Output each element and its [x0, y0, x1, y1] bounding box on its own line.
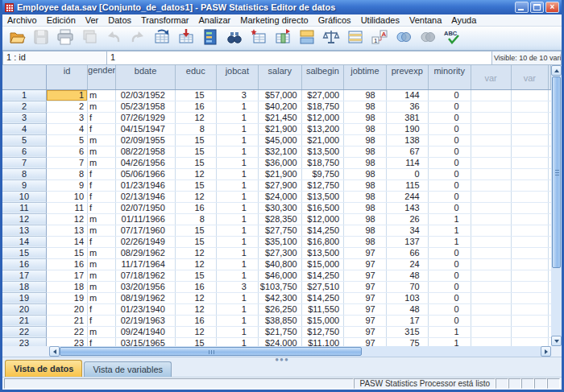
cell-bdate-row12[interactable]: 01/11/1966: [116, 213, 176, 225]
cell-id-row18[interactable]: 18: [46, 281, 87, 292]
cell-educ-row16[interactable]: 12: [175, 258, 216, 270]
cell-salary-row16[interactable]: $40,800: [258, 258, 301, 270]
cell-var-row18[interactable]: [511, 281, 548, 292]
cell-educ-row17[interactable]: 15: [175, 270, 216, 281]
menu-datos[interactable]: Datos: [103, 14, 136, 27]
menu-ver[interactable]: Ver: [81, 14, 104, 27]
show-all-variables-button[interactable]: [417, 28, 438, 48]
cell-prevexp-row6[interactable]: 67: [386, 146, 428, 157]
cell-var-row4[interactable]: [511, 123, 548, 134]
cell-gender-row19[interactable]: m: [88, 292, 116, 303]
cell-prevexp-row21[interactable]: 17: [386, 315, 428, 326]
row-header-18[interactable]: 18: [2, 281, 46, 292]
cell-minority-row21[interactable]: 0: [428, 315, 471, 326]
cell-bdate-row23[interactable]: 03/15/1965: [116, 337, 176, 346]
cell-jobcat-row2[interactable]: 1: [216, 101, 258, 112]
cell-var-row11[interactable]: [471, 202, 511, 213]
cell-educ-row7[interactable]: 15: [175, 157, 216, 168]
cell-id-row21[interactable]: 21: [46, 315, 87, 326]
cell-var-row15[interactable]: [511, 247, 548, 258]
cell-jobcat-row1[interactable]: 3: [216, 89, 258, 101]
cell-salary-row12[interactable]: $28,350: [258, 213, 301, 225]
cell-bdate-row13[interactable]: 07/17/1960: [116, 225, 176, 236]
cell-id-row19[interactable]: 19: [46, 292, 87, 303]
cell-salary-row21[interactable]: $38,850: [258, 315, 301, 326]
cell-educ-row18[interactable]: 16: [175, 281, 216, 292]
cell-bdate-row20[interactable]: 01/23/1940: [116, 303, 176, 315]
cell-jobtime-row18[interactable]: 97: [344, 281, 387, 292]
cell-minority-row3[interactable]: 0: [428, 112, 471, 123]
cell-salbegin-row22[interactable]: $12,750: [301, 326, 343, 337]
cell-jobtime-row7[interactable]: 98: [344, 157, 387, 168]
cell-jobcat-row22[interactable]: 1: [216, 326, 258, 337]
cell-bdate-row10[interactable]: 02/13/1946: [116, 191, 176, 202]
cell-id-row8[interactable]: 8: [46, 168, 87, 179]
cell-gender-row4[interactable]: f: [88, 123, 116, 134]
cell-salbegin-row16[interactable]: $15,000: [301, 258, 343, 270]
cell-bdate-row3[interactable]: 07/26/1929: [116, 112, 176, 123]
cell-id-row6[interactable]: 6: [46, 146, 87, 157]
cell-var-row9[interactable]: [471, 179, 511, 191]
menu-ventana[interactable]: Ventana: [404, 14, 446, 27]
cell-educ-row22[interactable]: 12: [175, 326, 216, 337]
cell-minority-row10[interactable]: 0: [428, 191, 471, 202]
cell-salary-row3[interactable]: $21,450: [258, 112, 301, 123]
cell-jobtime-row4[interactable]: 98: [344, 123, 387, 134]
cell-gender-row9[interactable]: f: [88, 179, 116, 191]
cell-jobtime-row21[interactable]: 97: [344, 315, 387, 326]
horizontal-scroll-thumb[interactable]: [60, 347, 362, 356]
cell-educ-row14[interactable]: 15: [175, 236, 216, 247]
column-header-gender[interactable]: gender: [88, 65, 116, 89]
menu-transformar[interactable]: Transformar: [136, 14, 194, 27]
cell-id-row13[interactable]: 13: [46, 225, 87, 236]
cell-salary-row2[interactable]: $40,200: [258, 101, 301, 112]
cell-salary-row19[interactable]: $42,300: [258, 292, 301, 303]
menu-analizar[interactable]: Analizar: [194, 14, 236, 27]
cell-jobcat-row21[interactable]: 1: [216, 315, 258, 326]
cell-gender-row13[interactable]: m: [88, 225, 116, 236]
cell-salbegin-row12[interactable]: $12,000: [301, 213, 343, 225]
cell-bdate-row9[interactable]: 01/23/1946: [116, 179, 176, 191]
column-header-educ[interactable]: educ: [175, 65, 216, 89]
cell-minority-row18[interactable]: 0: [428, 281, 471, 292]
cell-educ-row19[interactable]: 12: [175, 292, 216, 303]
pane-splitter-grip[interactable]: ●●●: [275, 357, 289, 362]
cell-var-row8[interactable]: [471, 168, 511, 179]
close-button[interactable]: ×: [545, 2, 559, 13]
spell-check-button[interactable]: ABC: [442, 28, 462, 48]
cell-jobtime-row17[interactable]: 97: [344, 270, 387, 281]
cell-jobtime-row14[interactable]: 98: [344, 236, 387, 247]
cell-educ-row20[interactable]: 12: [175, 303, 216, 315]
cell-gender-row14[interactable]: f: [88, 236, 116, 247]
tab-data-view[interactable]: Vista de datos: [5, 360, 82, 377]
grid-corner-cell[interactable]: [2, 65, 46, 89]
row-header-22[interactable]: 22: [2, 326, 46, 337]
cell-var-row3[interactable]: [471, 112, 511, 123]
cell-prevexp-row13[interactable]: 34: [386, 225, 428, 236]
cell-jobcat-row16[interactable]: 1: [216, 258, 258, 270]
column-header-prevexp[interactable]: prevexp: [386, 65, 428, 89]
scroll-up-button[interactable]: [551, 65, 562, 76]
cell-salbegin-row7[interactable]: $18,750: [301, 157, 343, 168]
menu-edición[interactable]: Edición: [42, 14, 81, 27]
cell-salbegin-row14[interactable]: $16,800: [301, 236, 343, 247]
cell-educ-row21[interactable]: 16: [175, 315, 216, 326]
row-header-9[interactable]: 9: [2, 179, 46, 191]
cell-educ-row12[interactable]: 8: [175, 213, 216, 225]
cell-var-row20[interactable]: [511, 303, 548, 315]
cell-salary-row20[interactable]: $26,250: [258, 303, 301, 315]
cell-gender-row1[interactable]: m: [88, 89, 116, 101]
cell-var-row1[interactable]: [511, 89, 548, 101]
cell-minority-row11[interactable]: 0: [428, 202, 471, 213]
cell-salary-row4[interactable]: $21,900: [258, 123, 301, 134]
cell-var-row17[interactable]: [511, 270, 548, 281]
cell-prevexp-row12[interactable]: 26: [386, 213, 428, 225]
cell-jobtime-row8[interactable]: 98: [344, 168, 387, 179]
value-labels-button[interactable]: 1A: [369, 28, 389, 48]
menu-ayuda[interactable]: Ayuda: [446, 14, 481, 27]
cell-jobcat-row9[interactable]: 1: [216, 179, 258, 191]
cell-educ-row10[interactable]: 12: [175, 191, 216, 202]
cell-bdate-row17[interactable]: 07/18/1962: [116, 270, 176, 281]
cell-prevexp-row19[interactable]: 103: [386, 292, 428, 303]
cell-prevexp-row10[interactable]: 244: [386, 191, 428, 202]
